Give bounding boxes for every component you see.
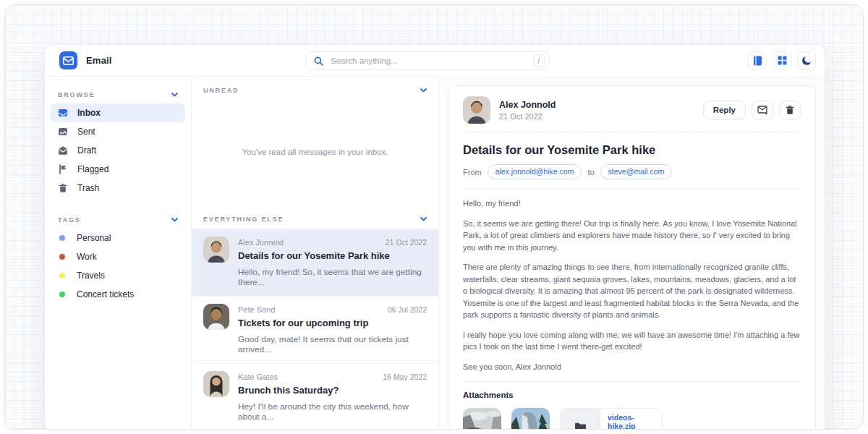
- from-to-row: From alex.jonnold@hike.com to steve@mail…: [463, 164, 801, 179]
- top-bar: Email /: [45, 45, 825, 77]
- email-preview: Good day, mate! It seems that our ticket…: [238, 334, 427, 354]
- detail-header: Alex Jonnold 21 Oct 2022 Reply: [463, 96, 801, 124]
- flag-icon: [58, 164, 68, 174]
- email-sender: Pete Sand: [238, 305, 275, 314]
- avatar: [203, 371, 229, 397]
- sidebar-item-label: Inbox: [77, 108, 101, 118]
- forward-mail-button[interactable]: [752, 101, 773, 120]
- from-email-pill[interactable]: alex.jonnold@hike.com: [488, 164, 582, 179]
- to-email-pill[interactable]: steve@mail.com: [600, 164, 673, 179]
- detail-date: 21 Oct 2022: [499, 112, 556, 121]
- search-icon: [314, 56, 323, 66]
- chevron-down-icon[interactable]: [171, 218, 178, 222]
- photo-attachment-thumbnail[interactable]: [463, 408, 501, 430]
- unread-section-header[interactable]: UNREAD: [192, 77, 438, 100]
- sidebar: BROWSE Inbox: [45, 77, 191, 430]
- tag-label: Personal: [77, 233, 111, 243]
- file-icon-zone: [561, 409, 600, 430]
- file-meta: videos-hike.zip 100 MB: [600, 409, 662, 430]
- body-paragraph: There are plenty of amazing things to se…: [463, 261, 801, 321]
- body-paragraph: Hello, my friend!: [463, 197, 801, 210]
- email-detail-pane: Alex Jonnold 21 Oct 2022 Reply: [439, 77, 825, 430]
- envelope-plus-icon: [757, 105, 768, 115]
- everything-else-section-header[interactable]: EVERYTHING ELSE: [192, 205, 438, 229]
- file-attachment-card[interactable]: videos-hike.zip 100 MB: [560, 408, 663, 430]
- tags-section-header[interactable]: TAGS: [51, 210, 185, 229]
- body-paragraph: So, it seems we are getting there! Our t…: [463, 218, 801, 254]
- search-input[interactable]: [329, 56, 527, 66]
- email-list-column: UNREAD You've read all messages in your …: [191, 77, 439, 430]
- delete-button[interactable]: [779, 101, 801, 120]
- app-title: Email: [86, 55, 112, 66]
- tag-label: Travels: [77, 271, 105, 281]
- tag-item-work[interactable]: Work: [51, 247, 185, 266]
- notebook-icon: [753, 56, 762, 66]
- sidebar-item-label: Draft: [77, 145, 96, 156]
- app-logo: [59, 51, 77, 69]
- search-bar[interactable]: /: [306, 51, 550, 70]
- sent-icon: [58, 127, 68, 137]
- tag-item-concert-tickets[interactable]: Concert tickets: [51, 285, 185, 304]
- trash-icon: [58, 183, 68, 193]
- body-paragraph: See you soon, Alex Jonnold: [463, 361, 801, 373]
- browse-label: BROWSE: [58, 91, 95, 98]
- inbox-icon: [58, 108, 68, 118]
- tag-color-dot: [59, 254, 65, 260]
- reply-button[interactable]: Reply: [703, 101, 746, 120]
- apps-grid-button[interactable]: [773, 51, 791, 70]
- photo-attachment-thumbnail[interactable]: [511, 408, 550, 430]
- search-shortcut-key: /: [533, 54, 545, 67]
- sidebar-item-trash[interactable]: Trash: [51, 179, 185, 197]
- tag-item-travels[interactable]: Travels: [51, 266, 185, 285]
- sidebar-item-label: Flagged: [77, 164, 109, 174]
- body-divider: [463, 188, 801, 189]
- email-preview: Hello, my friend! So, it seems that we a…: [238, 267, 427, 287]
- folder-icon: [574, 422, 587, 430]
- sidebar-item-label: Trash: [77, 183, 99, 193]
- avatar: [203, 237, 229, 263]
- sidebar-item-draft[interactable]: Draft: [51, 141, 185, 160]
- sidebar-item-sent[interactable]: Sent: [51, 122, 185, 141]
- email-date: 16 May 2022: [383, 373, 427, 381]
- email-app-window: Email /: [44, 44, 825, 430]
- tags-label: TAGS: [58, 216, 81, 224]
- attachments-label: Attachments: [463, 391, 801, 399]
- chevron-down-icon[interactable]: [420, 88, 427, 93]
- email-preview: Hey! I'll be around the city this weeken…: [238, 401, 427, 422]
- notebook-button[interactable]: [748, 51, 767, 70]
- avatar: [463, 96, 490, 124]
- main-layout: BROWSE Inbox: [45, 77, 825, 430]
- sidebar-item-inbox[interactable]: Inbox: [51, 103, 185, 122]
- mail-open-icon: [58, 145, 68, 156]
- chevron-down-icon[interactable]: [171, 93, 178, 97]
- detail-actions: Reply: [703, 101, 801, 120]
- detail-sender-name: Alex Jonnold: [499, 100, 556, 110]
- header-divider: [463, 132, 801, 132]
- chevron-down-icon[interactable]: [420, 217, 427, 221]
- trash-icon: [785, 105, 795, 115]
- dark-mode-button[interactable]: [797, 51, 816, 70]
- browse-section-header[interactable]: BROWSE: [51, 85, 185, 103]
- tag-label: Concert tickets: [77, 289, 134, 299]
- top-bar-actions: [748, 51, 816, 70]
- email-body: Hello, my friend! So, it seems we are ge…: [463, 197, 801, 373]
- from-label: From: [463, 168, 482, 176]
- to-label: to: [587, 168, 594, 176]
- file-name: videos-hike.zip: [608, 413, 662, 430]
- tag-color-dot: [59, 235, 65, 241]
- tags-section: TAGS Personal Work: [51, 210, 185, 304]
- email-list-item[interactable]: Pete Sand 06 Jul 2022 Tickets for our up…: [192, 297, 438, 364]
- apps-grid-icon: [778, 56, 787, 65]
- moon-icon: [802, 56, 812, 65]
- email-date: 21 Oct 2022: [386, 238, 427, 247]
- unread-label: UNREAD: [203, 87, 239, 94]
- email-detail-card: Alex Jonnold 21 Oct 2022 Reply: [448, 85, 816, 430]
- email-list-item[interactable]: Alex Jonnold 21 Oct 2022 Details for our…: [192, 229, 438, 297]
- sidebar-item-flagged[interactable]: Flagged: [51, 160, 185, 179]
- body-paragraph: I really hope you love coming along with…: [463, 329, 801, 353]
- email-date: 06 Jul 2022: [388, 305, 427, 314]
- tag-color-dot: [59, 273, 65, 278]
- email-list-item[interactable]: Kate Gates 16 May 2022 Brunch this Satur…: [192, 364, 438, 430]
- tag-item-personal[interactable]: Personal: [51, 229, 185, 247]
- tag-color-dot: [59, 292, 65, 297]
